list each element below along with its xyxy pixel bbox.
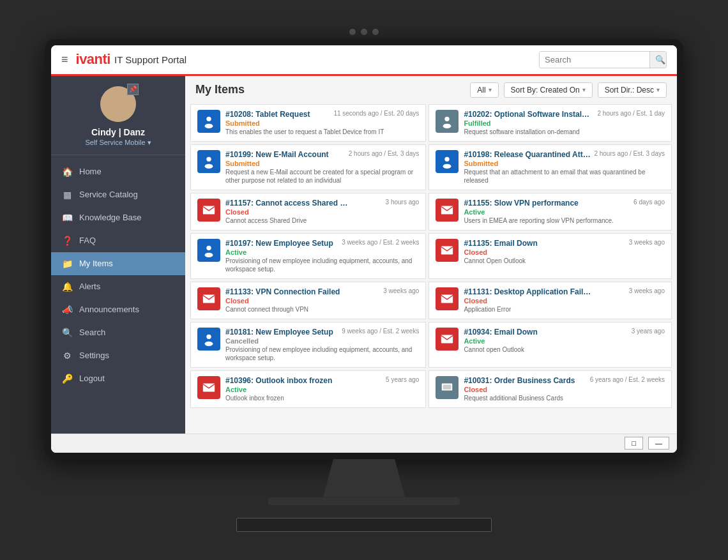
- item-status: Closed: [464, 297, 665, 305]
- list-item[interactable]: #10199: New E-Mail Account 2 hours ago /…: [190, 144, 426, 190]
- filter-sort-dir-button[interactable]: Sort Dir.: Desc ▾: [598, 82, 667, 98]
- search-button[interactable]: 🔍: [649, 52, 667, 68]
- item-icon: [197, 287, 220, 310]
- item-header-row: #11133: VPN Connection Failed 3 weeks ag…: [225, 287, 419, 296]
- item-desc: Request additional Business Cards: [464, 394, 665, 402]
- svg-point-12: [206, 245, 211, 250]
- item-time: 9 weeks ago / Est. 2 weeks: [342, 328, 419, 335]
- list-item[interactable]: #10031: Order Business Cards 6 years ago…: [428, 370, 672, 408]
- sidebar-item-alerts[interactable]: 🔔 Alerts: [51, 275, 185, 298]
- list-item[interactable]: #10197: New Employee Setup 3 weeks ago /…: [190, 233, 426, 279]
- list-item[interactable]: #10208: Tablet Request 11 seconds ago / …: [190, 104, 426, 142]
- bottom-bar: □ —: [51, 434, 677, 453]
- svg-rect-10: [203, 206, 215, 214]
- sidebar-label-home: Home: [79, 167, 102, 176]
- filter-sort-by-button[interactable]: Sort By: Created On ▾: [504, 82, 593, 98]
- item-header-row: #10198: Release Quarantined Attachment 2…: [464, 150, 665, 159]
- item-desc: Outlook inbox frozen: [225, 394, 419, 402]
- item-icon: [436, 376, 459, 399]
- filter-sort-dir-label: Sort Dir.: Desc: [605, 86, 654, 95]
- user-role[interactable]: Self Service Mobile: [85, 139, 151, 147]
- item-body: #10202: Optional Software Installation R…: [464, 110, 665, 136]
- item-title: #10199: New E-Mail Account: [225, 150, 329, 159]
- item-title: #10181: New Employee Setup: [225, 328, 333, 337]
- bottom-btn-2[interactable]: —: [648, 437, 669, 450]
- pin-icon: 📌: [127, 84, 139, 95]
- taskbar: [236, 518, 492, 532]
- item-time: 11 seconds ago / Est. 20 days: [333, 110, 419, 117]
- svg-rect-16: [441, 294, 453, 303]
- screen: ≡ ivanti IT Support Portal 🔍: [51, 45, 677, 453]
- bottom-btn-1[interactable]: □: [625, 437, 643, 450]
- list-item[interactable]: #10396: Outlook inbox frozen 5 years ago…: [190, 370, 426, 408]
- sidebar-item-service-catalog[interactable]: ▦ Service Catalog: [51, 183, 185, 206]
- svg-point-3: [205, 123, 213, 128]
- list-item[interactable]: #11135: Email Down 3 weeks ago Closed Ca…: [428, 233, 672, 279]
- item-header-row: #11135: Email Down 3 weeks ago: [464, 239, 665, 248]
- sidebar-item-announcements[interactable]: 📣 Announcements: [51, 298, 185, 321]
- item-title: #10031: Order Business Cards: [464, 376, 575, 385]
- monitor-dots: [349, 29, 379, 35]
- sidebar-item-search[interactable]: 🔍 Search: [51, 321, 185, 344]
- main-content: My Items All ▾ Sort By: Created On ▾: [185, 76, 677, 434]
- brand-subtitle: IT Support Portal: [114, 54, 186, 65]
- svg-point-8: [445, 156, 450, 161]
- item-desc: This enables the user to request a Table…: [225, 128, 419, 136]
- item-status: Closed: [464, 248, 665, 256]
- list-item[interactable]: #11155: Slow VPN performance 6 days ago …: [428, 193, 672, 231]
- item-body: #10181: New Employee Setup 9 weeks ago /…: [225, 328, 419, 362]
- filter-all-arrow: ▾: [489, 86, 492, 93]
- item-title: #11157: Cannot access Shared Drive: [225, 199, 353, 208]
- item-time: 6 days ago: [633, 199, 665, 206]
- item-desc: Cannot open Outlook: [464, 345, 665, 354]
- hamburger-menu[interactable]: ≡: [61, 53, 68, 66]
- list-item[interactable]: #11133: VPN Connection Failed 3 weeks ag…: [190, 282, 426, 319]
- service-catalog-icon: ▦: [61, 189, 73, 201]
- item-header-row: #10202: Optional Software Installation R…: [464, 110, 665, 119]
- item-icon: [436, 110, 459, 133]
- svg-rect-14: [441, 246, 453, 254]
- stand-neck: [313, 459, 415, 497]
- list-item[interactable]: #10198: Release Quarantined Attachment 2…: [428, 144, 672, 190]
- settings-icon: ⚙: [61, 350, 73, 361]
- list-item[interactable]: #11157: Cannot access Shared Drive 3 hou…: [190, 193, 426, 231]
- user-name: Cindy | Danz: [91, 127, 145, 137]
- dot-3: [372, 29, 379, 35]
- item-time: 3 weeks ago / Est. 2 weeks: [342, 239, 419, 246]
- item-time: 2 hours ago / Est. 3 days: [594, 150, 665, 157]
- item-desc: Request a new E-Mail account be created …: [225, 168, 419, 185]
- item-icon: [197, 150, 220, 173]
- sidebar-item-knowledge-base[interactable]: 📖 Knowledge Base: [51, 206, 185, 229]
- item-icon: [197, 376, 220, 399]
- sidebar-item-my-items[interactable]: 📁 My Items: [51, 252, 185, 275]
- sidebar-item-logout[interactable]: 🔑 Logout: [51, 367, 185, 390]
- sidebar-user-section: 📌 Cindy | Danz Self Service Mobile: [51, 76, 185, 155]
- search-nav-icon: 🔍: [61, 327, 73, 338]
- item-icon: [197, 199, 220, 222]
- list-item[interactable]: #10181: New Employee Setup 9 weeks ago /…: [190, 322, 426, 368]
- item-title: #10208: Tablet Request: [225, 110, 310, 119]
- item-title: #10198: Release Quarantined Attachment: [464, 150, 591, 159]
- sidebar-item-settings[interactable]: ⚙ Settings: [51, 344, 185, 367]
- item-icon: [197, 239, 220, 262]
- item-status: Closed: [225, 297, 419, 305]
- sidebar-item-faq[interactable]: ❓ FAQ: [51, 229, 185, 252]
- item-header-row: #10199: New E-Mail Account 2 hours ago /…: [225, 150, 419, 159]
- items-grid: #10208: Tablet Request 11 seconds ago / …: [185, 104, 677, 434]
- svg-point-9: [443, 163, 451, 168]
- item-body: #11133: VPN Connection Failed 3 weeks ag…: [225, 287, 419, 314]
- list-item[interactable]: #11131: Desktop Application Failure 3 we…: [428, 282, 672, 319]
- item-body: #11135: Email Down 3 weeks ago Closed Ca…: [464, 239, 665, 273]
- item-time: 3 years ago: [632, 328, 665, 335]
- item-icon: [436, 199, 459, 222]
- dot-1: [349, 29, 356, 35]
- list-item[interactable]: #10202: Optional Software Installation R…: [428, 104, 672, 142]
- knowledge-base-icon: 📖: [61, 212, 73, 223]
- sidebar-item-home[interactable]: 🏠 Home: [51, 160, 185, 183]
- list-item[interactable]: #10934: Email Down 3 years ago Active Ca…: [428, 322, 672, 368]
- search-input[interactable]: [540, 52, 649, 68]
- item-header-row: #10208: Tablet Request 11 seconds ago / …: [225, 110, 419, 119]
- filter-all-button[interactable]: All ▾: [470, 82, 498, 98]
- item-icon: [436, 150, 459, 173]
- content-header: My Items All ▾ Sort By: Created On ▾: [185, 76, 677, 104]
